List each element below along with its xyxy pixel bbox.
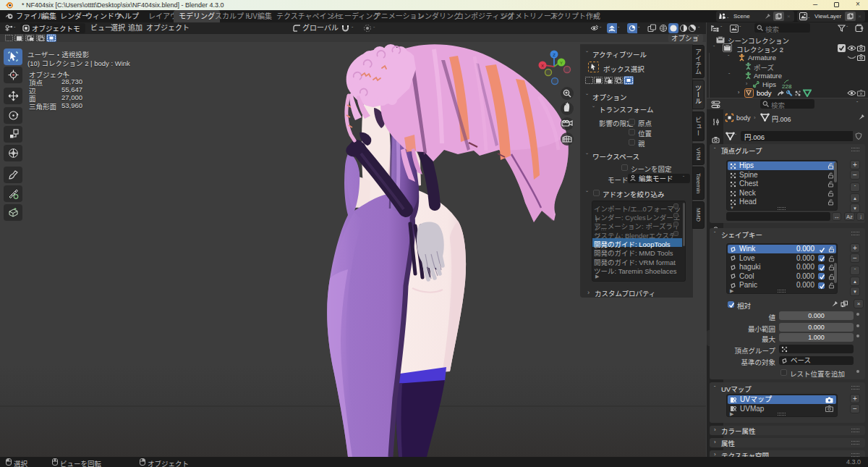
svg-text:X: X bbox=[541, 64, 544, 68]
svg-text:Y: Y bbox=[560, 61, 563, 65]
svg-text:Z: Z bbox=[553, 53, 556, 57]
